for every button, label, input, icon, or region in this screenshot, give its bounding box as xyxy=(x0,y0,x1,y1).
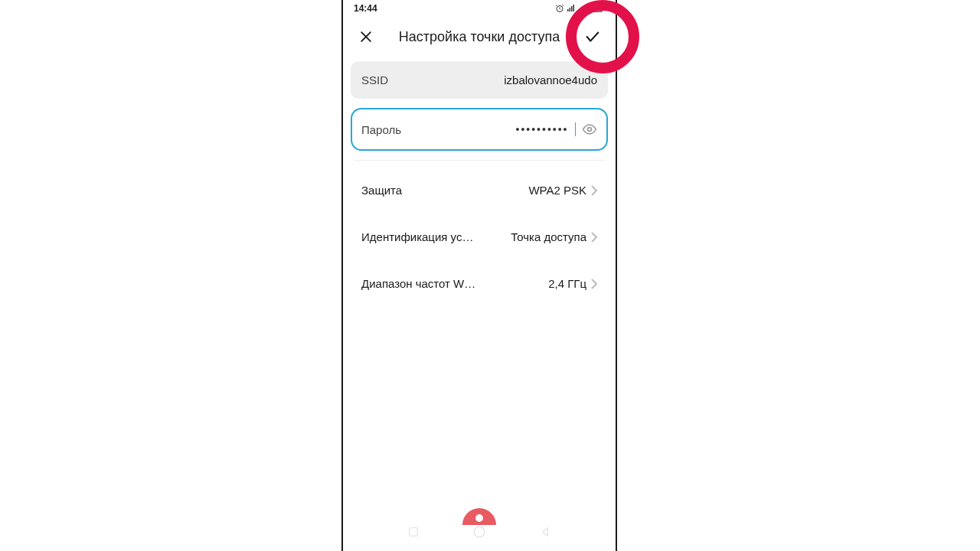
svg-rect-4 xyxy=(573,5,575,11)
security-value-wrap: WPA2 PSK xyxy=(528,184,597,197)
nav-bar xyxy=(343,519,616,548)
triangle-left-icon xyxy=(539,526,551,538)
close-icon xyxy=(358,29,374,44)
chevron-right-icon xyxy=(591,232,597,243)
chevron-right-icon xyxy=(591,279,597,289)
nav-recent-button[interactable] xyxy=(407,526,420,541)
svg-rect-7 xyxy=(603,7,605,9)
password-value-wrap: •••••••••• xyxy=(515,122,597,137)
password-label: Пароль xyxy=(361,123,401,136)
security-row[interactable]: Защита WPA2 PSK xyxy=(351,167,608,214)
signal-icon xyxy=(567,4,576,13)
close-button[interactable] xyxy=(354,24,378,49)
device-id-row[interactable]: Идентификация ус… Точка доступа xyxy=(351,214,608,260)
header-bar: Настройка точки доступа xyxy=(343,15,616,61)
band-value: 2,4 ГГц xyxy=(548,277,586,290)
status-bar: 14:44 xyxy=(343,0,616,15)
frequency-band-row[interactable]: Диапазон частот W… 2,4 ГГц xyxy=(351,260,608,307)
band-label: Диапазон частот W… xyxy=(361,277,475,290)
square-icon xyxy=(407,526,420,538)
device-id-value: Точка доступа xyxy=(511,230,586,243)
toggle-password-visibility[interactable] xyxy=(582,122,597,137)
svg-point-5 xyxy=(583,11,583,11)
divider xyxy=(354,160,605,161)
password-field[interactable]: Пароль •••••••••• xyxy=(351,108,608,151)
security-label: Защита xyxy=(361,184,402,197)
text-cursor xyxy=(575,122,577,136)
nav-back-button[interactable] xyxy=(539,526,551,541)
check-icon xyxy=(584,28,601,45)
ssid-label: SSID xyxy=(361,73,388,86)
alarm-icon xyxy=(555,4,564,13)
svg-rect-2 xyxy=(570,8,571,11)
nav-home-button[interactable] xyxy=(472,525,486,542)
device-id-value-wrap: Точка доступа xyxy=(511,230,597,243)
page-title: Настройка точки доступа xyxy=(384,29,574,45)
svg-marker-14 xyxy=(542,528,547,536)
security-value: WPA2 PSK xyxy=(528,184,586,197)
svg-point-13 xyxy=(474,527,485,537)
eye-icon xyxy=(582,122,597,137)
circle-icon xyxy=(472,525,486,539)
svg-rect-3 xyxy=(571,6,573,11)
battery-icon xyxy=(590,5,605,12)
svg-rect-1 xyxy=(567,9,569,11)
wifi-icon xyxy=(578,4,587,13)
device-id-label: Идентификация ус… xyxy=(361,230,473,243)
svg-rect-8 xyxy=(592,7,599,11)
band-value-wrap: 2,4 ГГц xyxy=(548,277,597,290)
ssid-value: izbalovannoe4udo xyxy=(504,73,597,86)
phone-frame: 14:44 Настройка точки доступа SSID izbal… xyxy=(341,0,617,551)
status-icons xyxy=(555,4,605,13)
password-masked: •••••••••• xyxy=(515,123,568,135)
status-time: 14:44 xyxy=(354,3,377,14)
svg-point-11 xyxy=(588,128,592,132)
content-area: SSID izbalovannoe4udo Пароль •••••••••• … xyxy=(343,61,616,551)
chevron-right-icon xyxy=(591,185,597,196)
svg-rect-12 xyxy=(410,528,418,536)
ssid-field[interactable]: SSID izbalovannoe4udo xyxy=(351,61,608,99)
confirm-button[interactable] xyxy=(580,24,605,49)
